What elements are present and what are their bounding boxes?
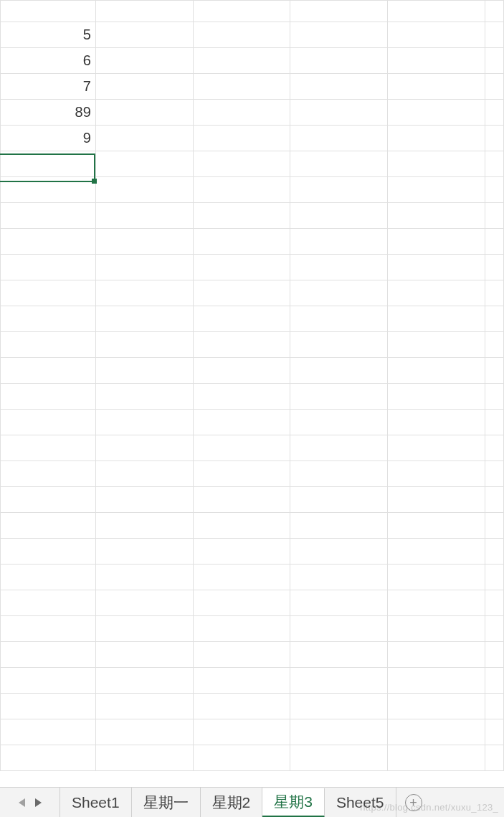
cell[interactable] <box>1 694 96 719</box>
cell[interactable] <box>193 48 290 74</box>
cell[interactable] <box>485 306 503 332</box>
cell[interactable] <box>388 126 485 151</box>
cell[interactable] <box>95 642 193 668</box>
cell[interactable] <box>193 255 290 280</box>
cell[interactable] <box>485 126 503 151</box>
cell[interactable] <box>95 126 193 151</box>
cell[interactable]: 5 <box>1 22 96 48</box>
cell[interactable] <box>388 177 485 203</box>
sheet-nav-prev-icon[interactable] <box>19 798 25 807</box>
cell[interactable] <box>485 255 503 280</box>
cell[interactable] <box>388 74 485 100</box>
cell[interactable] <box>193 435 290 461</box>
cell[interactable] <box>193 487 290 513</box>
cell[interactable] <box>388 229 485 255</box>
cell[interactable] <box>95 203 193 229</box>
cell[interactable] <box>193 590 290 616</box>
add-sheet-button[interactable]: + <box>396 788 431 817</box>
cell[interactable] <box>95 22 193 48</box>
cell[interactable] <box>485 487 503 513</box>
cell[interactable] <box>290 642 388 668</box>
cell[interactable] <box>95 384 193 410</box>
cell[interactable] <box>388 668 485 694</box>
cell[interactable] <box>193 22 290 48</box>
cell[interactable] <box>388 100 485 126</box>
cell[interactable] <box>193 513 290 539</box>
cell[interactable] <box>290 694 388 719</box>
cell[interactable] <box>1 280 96 306</box>
cell[interactable] <box>290 513 388 539</box>
cell[interactable] <box>95 280 193 306</box>
cell[interactable] <box>388 255 485 280</box>
cell[interactable] <box>388 22 485 48</box>
cell[interactable] <box>388 435 485 461</box>
cell[interactable] <box>485 203 503 229</box>
cell[interactable] <box>193 1 290 22</box>
cell[interactable] <box>290 203 388 229</box>
cell[interactable]: 7 <box>1 74 96 100</box>
cell[interactable] <box>95 745 193 771</box>
cell[interactable] <box>95 410 193 435</box>
cell[interactable] <box>388 48 485 74</box>
cell[interactable] <box>290 177 388 203</box>
cell[interactable] <box>1 565 96 590</box>
cell[interactable] <box>193 126 290 151</box>
cell[interactable] <box>290 22 388 48</box>
sheet-tab-week2[interactable]: 星期2 <box>201 788 263 817</box>
cell[interactable] <box>193 410 290 435</box>
cell[interactable] <box>95 255 193 280</box>
cell[interactable] <box>290 151 388 177</box>
cell[interactable] <box>1 435 96 461</box>
cell[interactable]: 89 <box>1 100 96 126</box>
cell[interactable] <box>485 719 503 745</box>
cell[interactable] <box>388 461 485 487</box>
cell[interactable] <box>1 177 96 203</box>
cell[interactable] <box>388 1 485 22</box>
cell[interactable] <box>290 100 388 126</box>
cell[interactable] <box>193 384 290 410</box>
cell[interactable] <box>95 694 193 719</box>
cell[interactable] <box>388 280 485 306</box>
cell[interactable] <box>388 306 485 332</box>
cell[interactable] <box>193 616 290 642</box>
cell[interactable] <box>193 203 290 229</box>
cell[interactable] <box>290 332 388 358</box>
cell[interactable] <box>95 48 193 74</box>
cell[interactable] <box>1 410 96 435</box>
cell[interactable] <box>485 642 503 668</box>
cell[interactable] <box>95 719 193 745</box>
cell[interactable] <box>485 616 503 642</box>
cell[interactable] <box>485 461 503 487</box>
cell[interactable] <box>388 410 485 435</box>
cell[interactable] <box>485 539 503 565</box>
cell[interactable] <box>388 487 485 513</box>
cell[interactable] <box>388 358 485 384</box>
cell[interactable] <box>388 694 485 719</box>
cell[interactable] <box>193 100 290 126</box>
cell[interactable] <box>95 151 193 177</box>
cell[interactable] <box>95 229 193 255</box>
cell[interactable] <box>95 539 193 565</box>
cell[interactable] <box>193 229 290 255</box>
cell[interactable] <box>388 616 485 642</box>
cell[interactable] <box>290 126 388 151</box>
cell[interactable] <box>193 565 290 590</box>
cell[interactable] <box>485 513 503 539</box>
cell[interactable] <box>290 306 388 332</box>
cell[interactable] <box>193 719 290 745</box>
cell[interactable] <box>485 435 503 461</box>
spreadsheet-grid[interactable]: 5 6 7 89 <box>0 0 504 787</box>
cell[interactable] <box>290 280 388 306</box>
cell[interactable] <box>388 590 485 616</box>
cell[interactable] <box>1 719 96 745</box>
cell[interactable] <box>290 255 388 280</box>
cell[interactable] <box>485 229 503 255</box>
cell[interactable] <box>290 539 388 565</box>
cell[interactable] <box>95 616 193 642</box>
cell[interactable] <box>290 565 388 590</box>
cell[interactable] <box>290 745 388 771</box>
cell[interactable] <box>290 461 388 487</box>
cell[interactable] <box>1 487 96 513</box>
cell[interactable] <box>193 151 290 177</box>
cell[interactable] <box>388 642 485 668</box>
